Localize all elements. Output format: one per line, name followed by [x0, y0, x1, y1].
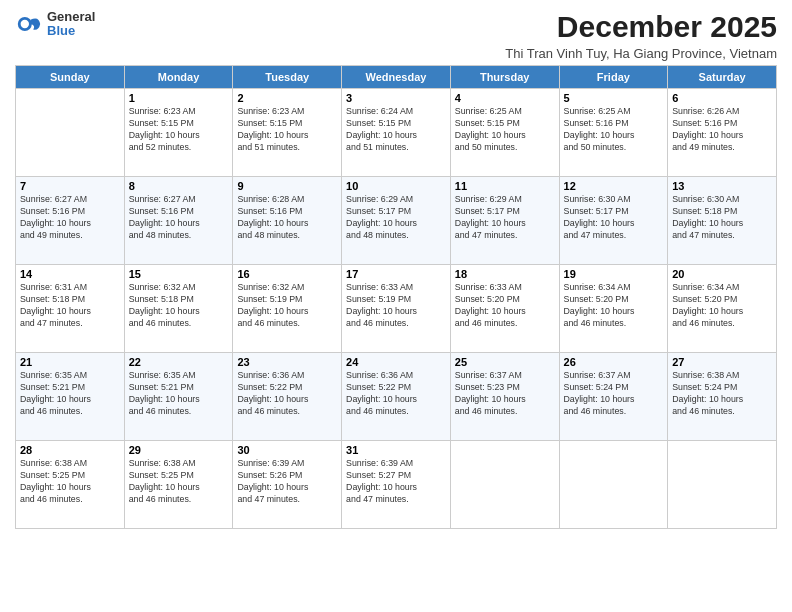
column-header-friday: Friday — [559, 66, 668, 89]
day-number: 7 — [20, 180, 120, 192]
empty-cell — [668, 441, 777, 529]
day-info: Sunrise: 6:25 AM Sunset: 5:15 PM Dayligh… — [455, 106, 555, 154]
day-cell-30: 30Sunrise: 6:39 AM Sunset: 5:26 PM Dayli… — [233, 441, 342, 529]
day-info: Sunrise: 6:39 AM Sunset: 5:27 PM Dayligh… — [346, 458, 446, 506]
empty-cell — [559, 441, 668, 529]
day-cell-6: 6Sunrise: 6:26 AM Sunset: 5:16 PM Daylig… — [668, 89, 777, 177]
header-row: SundayMondayTuesdayWednesdayThursdayFrid… — [16, 66, 777, 89]
day-info: Sunrise: 6:38 AM Sunset: 5:25 PM Dayligh… — [129, 458, 229, 506]
day-info: Sunrise: 6:32 AM Sunset: 5:19 PM Dayligh… — [237, 282, 337, 330]
day-number: 10 — [346, 180, 446, 192]
day-number: 15 — [129, 268, 229, 280]
empty-cell — [16, 89, 125, 177]
day-info: Sunrise: 6:33 AM Sunset: 5:19 PM Dayligh… — [346, 282, 446, 330]
day-cell-9: 9Sunrise: 6:28 AM Sunset: 5:16 PM Daylig… — [233, 177, 342, 265]
empty-cell — [450, 441, 559, 529]
day-number: 19 — [564, 268, 664, 280]
day-cell-10: 10Sunrise: 6:29 AM Sunset: 5:17 PM Dayli… — [342, 177, 451, 265]
day-info: Sunrise: 6:34 AM Sunset: 5:20 PM Dayligh… — [564, 282, 664, 330]
svg-point-1 — [21, 20, 29, 28]
day-info: Sunrise: 6:39 AM Sunset: 5:26 PM Dayligh… — [237, 458, 337, 506]
day-number: 20 — [672, 268, 772, 280]
week-row-3: 14Sunrise: 6:31 AM Sunset: 5:18 PM Dayli… — [16, 265, 777, 353]
day-cell-20: 20Sunrise: 6:34 AM Sunset: 5:20 PM Dayli… — [668, 265, 777, 353]
header: General Blue December 2025 Thi Tran Vinh… — [15, 10, 777, 61]
day-cell-17: 17Sunrise: 6:33 AM Sunset: 5:19 PM Dayli… — [342, 265, 451, 353]
day-number: 21 — [20, 356, 120, 368]
day-info: Sunrise: 6:30 AM Sunset: 5:18 PM Dayligh… — [672, 194, 772, 242]
day-info: Sunrise: 6:23 AM Sunset: 5:15 PM Dayligh… — [129, 106, 229, 154]
day-number: 1 — [129, 92, 229, 104]
day-cell-2: 2Sunrise: 6:23 AM Sunset: 5:15 PM Daylig… — [233, 89, 342, 177]
day-cell-11: 11Sunrise: 6:29 AM Sunset: 5:17 PM Dayli… — [450, 177, 559, 265]
day-info: Sunrise: 6:38 AM Sunset: 5:25 PM Dayligh… — [20, 458, 120, 506]
day-info: Sunrise: 6:35 AM Sunset: 5:21 PM Dayligh… — [129, 370, 229, 418]
day-info: Sunrise: 6:26 AM Sunset: 5:16 PM Dayligh… — [672, 106, 772, 154]
day-info: Sunrise: 6:31 AM Sunset: 5:18 PM Dayligh… — [20, 282, 120, 330]
logo-blue: Blue — [47, 24, 95, 38]
day-cell-14: 14Sunrise: 6:31 AM Sunset: 5:18 PM Dayli… — [16, 265, 125, 353]
day-number: 23 — [237, 356, 337, 368]
day-number: 3 — [346, 92, 446, 104]
day-number: 11 — [455, 180, 555, 192]
day-info: Sunrise: 6:37 AM Sunset: 5:23 PM Dayligh… — [455, 370, 555, 418]
day-cell-19: 19Sunrise: 6:34 AM Sunset: 5:20 PM Dayli… — [559, 265, 668, 353]
page: General Blue December 2025 Thi Tran Vinh… — [0, 0, 792, 612]
column-header-wednesday: Wednesday — [342, 66, 451, 89]
day-cell-3: 3Sunrise: 6:24 AM Sunset: 5:15 PM Daylig… — [342, 89, 451, 177]
day-cell-5: 5Sunrise: 6:25 AM Sunset: 5:16 PM Daylig… — [559, 89, 668, 177]
day-cell-1: 1Sunrise: 6:23 AM Sunset: 5:15 PM Daylig… — [124, 89, 233, 177]
day-info: Sunrise: 6:34 AM Sunset: 5:20 PM Dayligh… — [672, 282, 772, 330]
day-cell-12: 12Sunrise: 6:30 AM Sunset: 5:17 PM Dayli… — [559, 177, 668, 265]
day-number: 9 — [237, 180, 337, 192]
day-number: 2 — [237, 92, 337, 104]
day-info: Sunrise: 6:23 AM Sunset: 5:15 PM Dayligh… — [237, 106, 337, 154]
day-number: 28 — [20, 444, 120, 456]
day-info: Sunrise: 6:27 AM Sunset: 5:16 PM Dayligh… — [129, 194, 229, 242]
day-number: 6 — [672, 92, 772, 104]
day-number: 26 — [564, 356, 664, 368]
day-info: Sunrise: 6:29 AM Sunset: 5:17 PM Dayligh… — [346, 194, 446, 242]
day-number: 22 — [129, 356, 229, 368]
day-cell-16: 16Sunrise: 6:32 AM Sunset: 5:19 PM Dayli… — [233, 265, 342, 353]
day-info: Sunrise: 6:24 AM Sunset: 5:15 PM Dayligh… — [346, 106, 446, 154]
day-number: 29 — [129, 444, 229, 456]
day-cell-15: 15Sunrise: 6:32 AM Sunset: 5:18 PM Dayli… — [124, 265, 233, 353]
day-number: 14 — [20, 268, 120, 280]
logo-general: General — [47, 10, 95, 24]
day-info: Sunrise: 6:30 AM Sunset: 5:17 PM Dayligh… — [564, 194, 664, 242]
day-number: 27 — [672, 356, 772, 368]
day-cell-21: 21Sunrise: 6:35 AM Sunset: 5:21 PM Dayli… — [16, 353, 125, 441]
week-row-5: 28Sunrise: 6:38 AM Sunset: 5:25 PM Dayli… — [16, 441, 777, 529]
column-header-thursday: Thursday — [450, 66, 559, 89]
day-number: 25 — [455, 356, 555, 368]
column-header-saturday: Saturday — [668, 66, 777, 89]
day-number: 30 — [237, 444, 337, 456]
day-number: 12 — [564, 180, 664, 192]
day-cell-24: 24Sunrise: 6:36 AM Sunset: 5:22 PM Dayli… — [342, 353, 451, 441]
column-header-tuesday: Tuesday — [233, 66, 342, 89]
day-cell-26: 26Sunrise: 6:37 AM Sunset: 5:24 PM Dayli… — [559, 353, 668, 441]
day-cell-29: 29Sunrise: 6:38 AM Sunset: 5:25 PM Dayli… — [124, 441, 233, 529]
column-header-sunday: Sunday — [16, 66, 125, 89]
day-cell-18: 18Sunrise: 6:33 AM Sunset: 5:20 PM Dayli… — [450, 265, 559, 353]
day-cell-31: 31Sunrise: 6:39 AM Sunset: 5:27 PM Dayli… — [342, 441, 451, 529]
column-header-monday: Monday — [124, 66, 233, 89]
calendar-table: SundayMondayTuesdayWednesdayThursdayFrid… — [15, 65, 777, 529]
day-cell-7: 7Sunrise: 6:27 AM Sunset: 5:16 PM Daylig… — [16, 177, 125, 265]
day-cell-28: 28Sunrise: 6:38 AM Sunset: 5:25 PM Dayli… — [16, 441, 125, 529]
day-info: Sunrise: 6:33 AM Sunset: 5:20 PM Dayligh… — [455, 282, 555, 330]
logo-icon — [15, 10, 43, 38]
day-cell-13: 13Sunrise: 6:30 AM Sunset: 5:18 PM Dayli… — [668, 177, 777, 265]
day-number: 31 — [346, 444, 446, 456]
day-number: 13 — [672, 180, 772, 192]
day-info: Sunrise: 6:37 AM Sunset: 5:24 PM Dayligh… — [564, 370, 664, 418]
day-cell-25: 25Sunrise: 6:37 AM Sunset: 5:23 PM Dayli… — [450, 353, 559, 441]
day-number: 5 — [564, 92, 664, 104]
location-subtitle: Thi Tran Vinh Tuy, Ha Giang Province, Vi… — [505, 46, 777, 61]
day-info: Sunrise: 6:36 AM Sunset: 5:22 PM Dayligh… — [346, 370, 446, 418]
day-info: Sunrise: 6:35 AM Sunset: 5:21 PM Dayligh… — [20, 370, 120, 418]
day-info: Sunrise: 6:38 AM Sunset: 5:24 PM Dayligh… — [672, 370, 772, 418]
day-info: Sunrise: 6:29 AM Sunset: 5:17 PM Dayligh… — [455, 194, 555, 242]
day-cell-22: 22Sunrise: 6:35 AM Sunset: 5:21 PM Dayli… — [124, 353, 233, 441]
